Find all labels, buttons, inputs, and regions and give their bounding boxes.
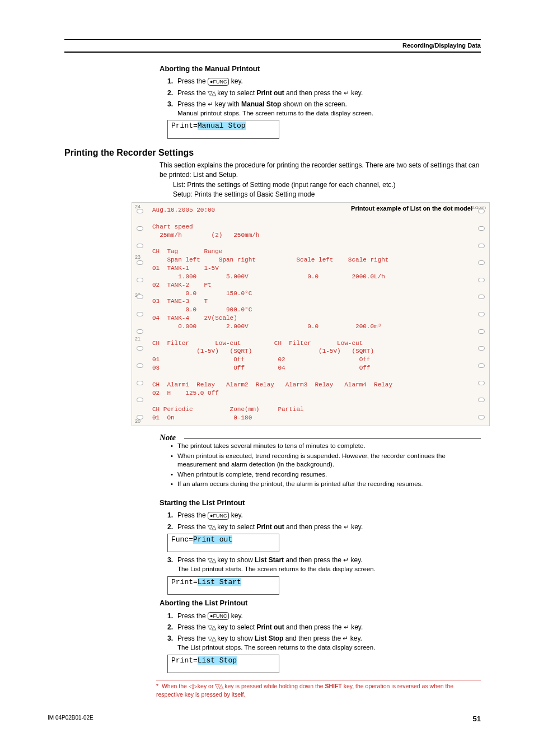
- heading-print-settings: Printing the Recorder Settings: [64, 147, 481, 159]
- updown-key-icon: ▽△: [215, 683, 223, 689]
- footnote: * When the ◁ ▷ key or ▽△ key is pressed …: [156, 680, 481, 698]
- printout-listing: Aug.10.2005 20:00 Chart speed 25mm/h (2)…: [152, 206, 474, 422]
- enter-key-icon: ↵: [344, 623, 349, 631]
- lcd-value: List Stop: [198, 656, 237, 665]
- text: key.: [229, 612, 242, 620]
- model-chip: 1b1ooh: [471, 205, 486, 211]
- lcd-prefix: Print=: [171, 656, 198, 665]
- lcd-prefix: Print=: [171, 122, 198, 130]
- updown-key-icon: ▽△: [208, 90, 216, 96]
- steps-start-list-cont: 3. Press the ▽△ key to show List Start a…: [160, 556, 481, 574]
- paragraph: This section explains the procedure for …: [160, 161, 481, 179]
- text: key.: [349, 556, 362, 564]
- text: key to select: [216, 523, 256, 531]
- lcd-prefix: Func=: [171, 535, 193, 544]
- text: and then press the: [284, 523, 344, 531]
- text-sub: The List printout stops. The screen retu…: [177, 643, 481, 652]
- updown-key-icon: ▽△: [208, 557, 216, 563]
- lcd-value: Print out: [193, 535, 232, 544]
- heading-abort-list: Aborting the List Printout: [160, 598, 481, 608]
- text: key to show: [216, 634, 255, 642]
- page-header-section: Recording/Displaying Data: [64, 41, 481, 52]
- text: and then press the: [284, 623, 344, 631]
- func-key-icon: ●FUNC: [208, 512, 229, 520]
- text-bold: Print out: [256, 89, 284, 97]
- printout-sample: 24 23 22 21 20 Printout example of List …: [132, 202, 490, 426]
- text: Press the: [177, 89, 208, 97]
- text: and then press the: [284, 556, 343, 564]
- steps-abort-manual: 1. Press the ●FUNC key. 2. Press the ▽△ …: [160, 77, 481, 118]
- text: key with: [213, 100, 241, 108]
- text: key.: [349, 623, 363, 631]
- text: key.: [229, 511, 242, 519]
- lcd-prefix: Print=: [171, 578, 198, 586]
- text-sub: Manual printout stops. The screen return…: [177, 109, 481, 118]
- star: *: [156, 683, 158, 689]
- paragraph: List: Prints the settings of Setting mod…: [173, 180, 481, 189]
- text: Press the: [177, 612, 208, 620]
- text: key is pressed while holding down the: [223, 683, 325, 689]
- text: key.: [349, 523, 363, 531]
- text: key to select: [216, 623, 256, 631]
- func-key-icon: ●FUNC: [208, 612, 229, 620]
- text-bold: Manual Stop: [241, 100, 281, 108]
- note-item: When printout is executed, trend recordi…: [171, 452, 481, 469]
- text: key to show: [216, 556, 255, 564]
- enter-key-icon: ↵: [344, 89, 349, 97]
- text: key or: [196, 683, 215, 689]
- text: key.: [348, 634, 362, 642]
- doc-id: IM 04P02B01-02E: [48, 714, 93, 724]
- heading-start-list: Starting the List Printout: [160, 498, 481, 508]
- text-sub: The List printout starts. The screen ret…: [177, 565, 481, 574]
- lcd-screen: Print=List Stop: [167, 655, 279, 673]
- text: Press the: [177, 511, 208, 519]
- enter-key-icon: ↵: [208, 100, 213, 108]
- func-key-icon: ●FUNC: [208, 78, 229, 86]
- lcd-screen: Print=List Start: [167, 576, 279, 595]
- page-number: 51: [473, 714, 481, 724]
- printout-caption: Printout example of List on the dot mode…: [351, 205, 472, 213]
- text: key.: [229, 77, 242, 85]
- text: Press the: [177, 100, 208, 108]
- text-bold: SHIFT: [325, 683, 341, 689]
- text: key.: [349, 89, 363, 97]
- lcd-screen: Func=Print out: [167, 534, 279, 552]
- text: and then press the: [283, 634, 343, 642]
- page-footer: IM 04P02B01-02E 51: [48, 714, 481, 724]
- note-item: The printout takes several minutes to te…: [171, 442, 481, 451]
- text-bold: Print out: [256, 623, 284, 631]
- text: and then press the: [284, 89, 344, 97]
- text: When the: [162, 683, 189, 689]
- steps-abort-list: 1. Press the ●FUNC key. 2. Press the ▽△ …: [160, 612, 481, 652]
- note-item: When printout is complete, trend recordi…: [171, 470, 481, 479]
- lcd-screen: Print=Manual Stop: [167, 120, 279, 138]
- text: shown on the screen.: [281, 100, 346, 108]
- updown-key-icon: ▽△: [208, 524, 216, 530]
- updown-key-icon: ▽△: [208, 624, 216, 631]
- enter-key-icon: ↵: [343, 634, 348, 642]
- text: Press the: [177, 523, 208, 531]
- lcd-value: Manual Stop: [198, 122, 246, 130]
- text: Press the: [177, 556, 208, 564]
- updown-key-icon: ▽△: [208, 635, 216, 642]
- text-bold: List Start: [255, 556, 284, 564]
- leftright-key-icon: ◁ ▷: [189, 683, 196, 689]
- note-block: Note The printout takes several minutes …: [160, 432, 481, 489]
- text: Press the: [177, 623, 208, 631]
- text: key to select: [216, 89, 256, 97]
- lcd-value: List Start: [198, 578, 241, 586]
- text: Press the: [177, 77, 208, 85]
- enter-key-icon: ↵: [344, 523, 349, 531]
- note-heading: Note: [160, 432, 179, 443]
- text-bold: List Stop: [255, 634, 283, 642]
- steps-start-list: 1. Press the ●FUNC key. 2. Press the ▽△ …: [160, 511, 481, 531]
- note-item: If an alarm occurs during the printout, …: [171, 480, 481, 489]
- paragraph: Setup: Prints the settings of Basic Sett…: [173, 190, 481, 199]
- enter-key-icon: ↵: [343, 556, 349, 564]
- text: Press the: [177, 634, 208, 642]
- heading-abort-manual: Aborting the Manual Printout: [160, 64, 481, 74]
- text-bold: Print out: [256, 523, 284, 531]
